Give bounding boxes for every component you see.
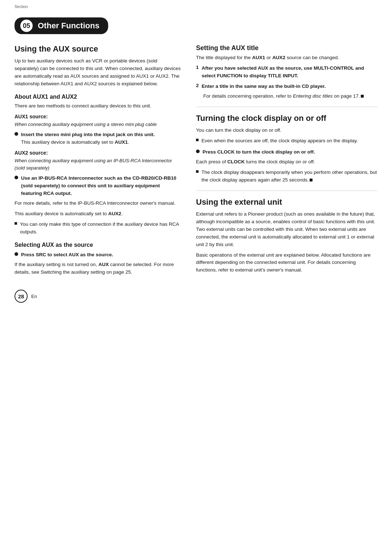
using-aux-intro: Up to two auxiliary devices such as VCR … <box>15 57 181 88</box>
clock-press-content: Press CLOCK to turn the clock display on… <box>203 148 315 156</box>
section-divider-2 <box>196 191 377 191</box>
about-aux-text: There are two methods to connect auxilia… <box>15 102 181 110</box>
aux1-source-heading: AUX1 source: <box>15 114 181 119</box>
external-unit-heading: Using the external unit <box>196 197 377 207</box>
aux2-para1: For more details, refer to the IP-BUS-RC… <box>15 200 181 207</box>
section-divider <box>196 107 377 107</box>
bullet-dot-icon-2 <box>15 176 18 179</box>
aux1-ref: AUX1 <box>252 55 265 60</box>
right-column: Setting the AUX title The title displaye… <box>196 44 377 279</box>
aux2-square-bullet-item: You can only make this type of connectio… <box>15 221 181 236</box>
clock-square-icon <box>196 139 199 141</box>
selecting-aux-heading: Selecting AUX as the source <box>15 242 181 248</box>
step2-number: 2 <box>196 83 199 88</box>
selecting-bullet-content: Press SRC to select AUX as the source. <box>21 251 113 259</box>
selecting-para: If the auxiliary setting is not turned o… <box>15 261 181 276</box>
section-number: 05 <box>20 20 33 32</box>
clock-square-bullet-item: The clock display disappears temporarily… <box>196 169 377 184</box>
aux1-bullet-content: Insert the stereo mini plug into the inp… <box>21 131 155 146</box>
step1-item: 1 After you have selected AUX as the sou… <box>196 65 377 80</box>
aux2-para2: This auxiliary device is automatically s… <box>15 210 181 218</box>
page-number: 28 <box>15 290 28 303</box>
using-aux-heading: Using the AUX source <box>15 44 181 54</box>
clock-press-heading: Press CLOCK to turn the clock display on… <box>203 149 315 155</box>
aux2-bullet-item: Use an IP-BUS-RCA Interconnector such as… <box>15 175 181 197</box>
two-col-layout: Using the AUX source Up to two auxiliary… <box>15 44 377 279</box>
aux2-ref: AUX2 <box>272 55 285 60</box>
ref-square-icon <box>361 95 364 98</box>
aux1-bullet-item: Insert the stereo mini plug into the inp… <box>15 131 181 146</box>
clock-bullet-dot <box>196 150 200 153</box>
step2-bold: Enter a title in the same way as the bui… <box>202 83 326 89</box>
page: Section 05 Other Functions Using the AUX… <box>0 0 392 555</box>
left-column: Using the AUX source Up to two auxiliary… <box>15 44 181 279</box>
clock-bullet1-item: Even when the sources are off, the clock… <box>196 137 377 145</box>
aux2-bold: AUX2 <box>108 211 121 216</box>
clock-bullet1-content: Even when the sources are off, the clock… <box>201 137 358 145</box>
page-footer: 28 En <box>15 290 377 303</box>
clock-para: Each press of CLOCK turns the clock disp… <box>196 158 377 166</box>
clock-press-bullet: Press CLOCK to turn the clock display on… <box>196 148 377 156</box>
aux2-bullet-content: Use an IP-BUS-RCA Interconnector such as… <box>21 175 181 197</box>
step1-bold: After you have selected AUX as the sourc… <box>202 65 364 78</box>
external-unit-para1: External unit refers to a Pioneer produc… <box>196 211 377 249</box>
bullet-dot-icon <box>15 132 18 136</box>
aux2-bullet-heading: Use an IP-BUS-RCA Interconnector such as… <box>21 175 176 196</box>
step2-para: For details concerning operation, refer … <box>203 93 377 100</box>
step1-number: 1 <box>196 65 199 70</box>
clock-ref-square-icon <box>310 179 313 181</box>
setting-title-intro: The title displayed for the AUX1 or AUX2… <box>196 54 377 62</box>
section-bar: 05 Other Functions <box>15 17 108 34</box>
section-title: Other Functions <box>38 21 99 30</box>
aux1-bullet-text: This auxiliary device is automatically s… <box>21 139 129 145</box>
step2-item: 2 Enter a title in the same way as the b… <box>196 83 377 90</box>
clock-display-intro: You can turn the clock display on or off… <box>196 127 377 134</box>
aux2-italic: When connecting auxiliary equipment usin… <box>15 157 181 172</box>
clock-sq-icon <box>196 170 199 173</box>
step2-italic: Entering disc titles <box>293 93 333 99</box>
clock-square-content: The clock display disappears temporarily… <box>201 169 377 184</box>
aux2-square-content: You can only make this type of connectio… <box>20 221 181 236</box>
section-header: 05 Other Functions <box>15 11 377 34</box>
external-unit-para2: Basic operations of the external unit ar… <box>196 252 377 274</box>
clock-display-heading: Turning the clock display on or off <box>196 114 377 123</box>
bullet-dot-icon-3 <box>15 252 18 256</box>
step2-content: Enter a title in the same way as the bui… <box>202 83 326 90</box>
aux2-source-heading: AUX2 source: <box>15 150 181 156</box>
square-bullet-icon <box>15 222 17 225</box>
aux-bold: AUX <box>98 262 109 267</box>
about-aux-heading: About AUX1 and AUX2 <box>15 94 181 100</box>
step1-content: After you have selected AUX as the sourc… <box>202 65 377 80</box>
selecting-bullet-text: Press SRC to select AUX as the source. <box>21 252 113 257</box>
setting-title-heading: Setting the AUX title <box>196 44 377 52</box>
aux1-bullet-heading: Insert the stereo mini plug into the inp… <box>21 132 155 137</box>
selecting-bullet-item: Press SRC to select AUX as the source. <box>15 251 181 259</box>
aux1-italic: When connecting auxiliary equipment usin… <box>15 121 181 128</box>
clock-bold: CLOCK <box>227 159 245 164</box>
section-label: Section <box>15 4 28 9</box>
aux1-bold: AUX1 <box>115 139 128 145</box>
language-label: En <box>31 294 37 299</box>
